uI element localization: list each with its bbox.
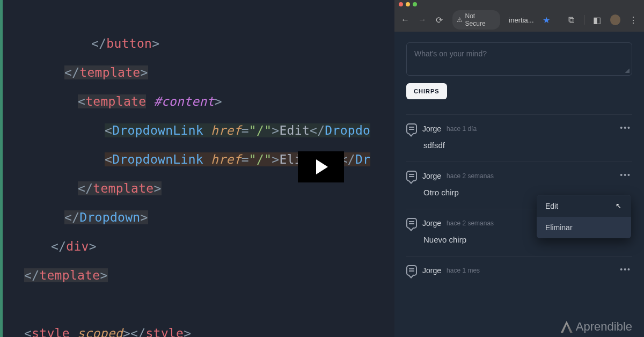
chirp-dropdown: Edit ↖ Eliminar: [537, 195, 631, 238]
component-name: DropdownLink: [112, 123, 203, 137]
watermark-logo-icon: [561, 321, 573, 333]
menu-dots-icon[interactable]: ⋮: [629, 16, 638, 24]
template-directive: #content: [154, 94, 215, 108]
sidepanel-icon[interactable]: ◧: [593, 16, 602, 24]
reload-icon[interactable]: ⟳: [435, 16, 444, 24]
profile-avatar[interactable]: [610, 14, 620, 25]
chirp-author: Jorge: [422, 172, 441, 180]
watermark: Aprendible: [561, 320, 632, 334]
security-text: Not Secure: [465, 12, 496, 27]
browser-toolbar: ← → ⟳ ⚠ Not Secure inertia... ★ ⧉ ◧ ⋮: [394, 8, 644, 32]
chirp-body: sdfsdf: [406, 134, 632, 150]
cursor-icon: ↖: [616, 202, 621, 210]
maximize-window-icon[interactable]: [413, 2, 417, 6]
chirp-item: Jorge hace 1 día ••• sdfsdf: [406, 114, 632, 162]
chirp-menu-icon[interactable]: •••: [620, 265, 631, 274]
bookmark-star-icon[interactable]: ★: [543, 15, 550, 25]
chirp-menu-icon[interactable]: •••: [620, 123, 631, 132]
chirp-author: Jorge: [422, 219, 441, 228]
tab-title[interactable]: inertia...: [509, 16, 533, 24]
window-traffic-lights: [394, 0, 644, 8]
chirp-time: hace 2 semanas: [447, 219, 494, 227]
chirps-button[interactable]: CHIRPS: [406, 83, 447, 99]
chirp-time: hace 1 mes: [447, 267, 480, 274]
dropdown-edit[interactable]: Edit ↖: [537, 195, 631, 217]
chat-icon: [406, 265, 417, 276]
chirp-time: hace 2 semanas: [447, 172, 494, 180]
dropdown-delete[interactable]: Eliminar: [537, 217, 631, 238]
composer-placeholder: What's on your mind?: [414, 49, 487, 58]
warning-icon: ⚠: [457, 16, 463, 24]
security-badge[interactable]: ⚠ Not Secure: [452, 10, 501, 30]
minimize-window-icon[interactable]: [406, 2, 410, 6]
app-content: What's on your mind? CHIRPS Jorge hace 1…: [394, 32, 644, 337]
close-window-icon[interactable]: [399, 2, 403, 6]
chat-icon: [406, 123, 417, 134]
extensions-icon[interactable]: ⧉: [567, 16, 576, 24]
chirp-time: hace 1 día: [447, 125, 477, 133]
browser-window: ← → ⟳ ⚠ Not Secure inertia... ★ ⧉ ◧ ⋮ Wh…: [394, 0, 644, 337]
video-play-button[interactable]: [298, 151, 344, 182]
chirp-item: Jorge hace 1 mes •••: [406, 256, 632, 288]
play-icon: [316, 159, 328, 174]
chat-icon: [406, 171, 417, 181]
chirp-menu-icon[interactable]: •••: [620, 171, 631, 179]
chirp-author: Jorge: [422, 266, 441, 275]
composer-textarea[interactable]: What's on your mind?: [406, 42, 632, 76]
chirp-author: Jorge: [422, 124, 441, 133]
forward-icon[interactable]: →: [418, 16, 427, 24]
back-icon[interactable]: ←: [401, 16, 409, 24]
chat-icon: [406, 218, 417, 229]
